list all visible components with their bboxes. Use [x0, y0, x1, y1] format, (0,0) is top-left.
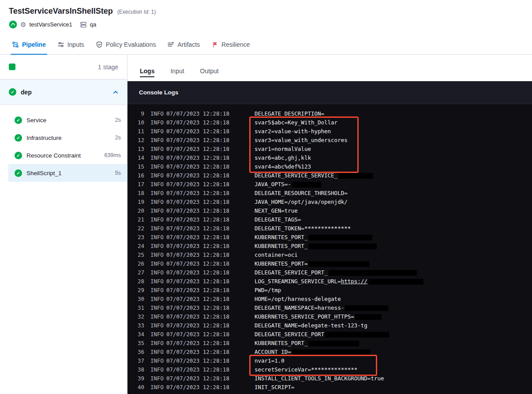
pipeline-icon [12, 41, 19, 48]
app-window: TestServiceVarsInShellStep (Execution Id… [0, 0, 532, 394]
tab-inputs[interactable]: Inputs [52, 34, 90, 54]
log-message: svar1=normalValue [255, 145, 532, 154]
log-body[interactable]: 9INFO07/07/2023 12:28:18DELEGATE_DESCRIP… [127, 104, 532, 394]
environment-name: qa [90, 21, 96, 28]
tab-artifacts[interactable]: Artifacts [161, 34, 206, 54]
log-link[interactable]: https:// [341, 278, 367, 285]
step-row-infrastructure[interactable]: ✓ Infrastructure 2s [8, 129, 127, 146]
console-title: Console Logs [139, 89, 178, 96]
log-message: DELEGATE_TOKEN=************** [255, 224, 532, 233]
tab-label: Pipeline [22, 41, 46, 48]
log-line: 32INFO07/07/2023 12:28:18KUBERNETES_SERV… [127, 312, 532, 321]
step-row-service[interactable]: ✓ Service 2s [8, 111, 127, 129]
log-message: DELEGATE_SERVICE_PORT_ [255, 268, 532, 277]
log-message: JAVA_HOME=/opt/java/openjdk/ [255, 198, 532, 206]
log-line: 37INFO07/07/2023 12:28:18nvar1=1.0 [127, 356, 532, 365]
log-message: container=oci [255, 251, 532, 259]
log-line: 38INFO07/07/2023 12:28:18secretServiceVa… [127, 365, 532, 374]
step-duration: 2s [115, 117, 121, 123]
log-message: KUBERNETES_PORT_ [255, 233, 532, 242]
log-line: 20INFO07/07/2023 12:28:18NEXT_GEN=true [127, 206, 532, 215]
redaction-box [308, 261, 369, 267]
log-message: HOME=/opt/harness-delegate [255, 295, 532, 304]
redaction-box [368, 279, 423, 285]
log-line: 9INFO07/07/2023 12:28:18DELEGATE_DESCRIP… [127, 109, 532, 118]
log-line: 16INFO07/07/2023 12:28:18DELEGATE_SERVIC… [127, 171, 532, 180]
log-line: 21INFO07/07/2023 12:28:18DELEGATE_TAGS= [127, 215, 532, 224]
tab-policy-evaluations[interactable]: Policy Evaluations [90, 34, 162, 54]
log-message: DELEGATE_SERVICE_PORT [255, 330, 532, 339]
step-details-panel: Logs Input Output Console Logs 9INFO07/0… [127, 55, 532, 394]
log-message: KUBERNETES_PORT= [255, 259, 532, 268]
console-panel: Console Logs 9INFO07/07/2023 12:28:18DEL… [127, 81, 532, 394]
success-check-icon: ✓ [15, 116, 22, 124]
log-message: JAVA_OPTS=- [255, 180, 532, 189]
log-message: INSTALL_CLIENT_TOOLS_IN_BACKGROUND=true [255, 374, 532, 383]
redaction-box [329, 270, 417, 276]
log-message: DELEGATE_RESOURCE_THRESHOLD= [255, 189, 532, 198]
log-line: 40INFO07/07/2023 12:28:18INIT_SCRIPT= [127, 383, 532, 392]
log-line: 29INFO07/07/2023 12:28:18PWD=/tmp [127, 286, 532, 295]
log-line: 25INFO07/07/2023 12:28:18container=oci [127, 251, 532, 259]
page-title: TestServiceVarsInShellStep [9, 7, 113, 16]
step-duration: 639ms [104, 152, 121, 158]
tab-output[interactable]: Output [200, 68, 219, 81]
log-line: 12INFO07/07/2023 12:28:18svar3=value_wit… [127, 136, 532, 145]
redaction-box [292, 182, 321, 188]
console-tabbar: Logs Input Output [127, 55, 532, 81]
redaction-box [308, 235, 372, 240]
log-message: PWD=/tmp [255, 286, 532, 295]
log-line: 33INFO07/07/2023 12:28:18DELEGATE_NAME=d… [127, 321, 532, 330]
stage-row-dep[interactable]: ✓ dep [0, 79, 127, 105]
log-line: 28INFO07/07/2023 12:28:18LOG_STREAMING_S… [127, 277, 532, 286]
step-name: Infrastructure [26, 135, 62, 141]
tab-resilience[interactable]: Resilience [206, 34, 256, 54]
log-line: 31INFO07/07/2023 12:28:18DELEGATE_NAMESP… [127, 304, 532, 312]
step-duration: 5s [115, 170, 121, 176]
gear-icon: ⚙ [20, 21, 26, 28]
step-name: Resource Constraint [26, 152, 81, 159]
log-line: 26INFO07/07/2023 12:28:18KUBERNETES_PORT… [127, 259, 532, 268]
log-message: svar3=value_with_underscores [255, 136, 532, 145]
log-line: 18INFO07/07/2023 12:28:18DELEGATE_RESOUR… [127, 189, 532, 198]
success-check-icon: ✓ [9, 88, 16, 96]
log-message: LOG_STREAMING_SERVICE_URL=https:// [255, 277, 532, 286]
log-line: 35INFO07/07/2023 12:28:18KUBERNETES_PORT… [127, 339, 532, 348]
resilience-icon [211, 41, 218, 48]
tab-pipeline[interactable]: Pipeline [6, 34, 52, 54]
tab-label: Resilience [221, 41, 250, 48]
main-tabbar: Pipeline Inputs Policy Evaluations Artif… [0, 34, 532, 55]
execution-sidebar: 1 stage ✓ dep ✓ Service 2s ✓ Infrastruct… [0, 55, 127, 394]
inputs-icon [57, 41, 64, 48]
log-line: 14INFO07/07/2023 12:28:18svar6=abc,ghj,k… [127, 154, 532, 162]
tab-label: Policy Evaluations [106, 41, 156, 48]
log-message: DELEGATE_TAGS= [255, 215, 532, 224]
log-message: svar4=abc%def%123 [255, 162, 532, 171]
header: TestServiceVarsInShellStep (Execution Id… [0, 0, 532, 34]
log-message: svar5$abc=Key_With_Dollar [255, 118, 532, 127]
service-name: testVarsService1 [29, 21, 72, 28]
step-name: Service [26, 117, 46, 124]
redaction-box [345, 305, 388, 311]
log-message: svar2=value-with-hyphen [255, 127, 532, 136]
step-row-resource-constraint[interactable]: ✓ Resource Constraint 639ms [8, 146, 127, 164]
redaction-box [292, 349, 371, 355]
chevron-up-icon[interactable] [113, 90, 118, 94]
environment-icon [80, 21, 87, 28]
tab-input[interactable]: Input [170, 68, 184, 81]
log-message: NEXT_GEN=true [255, 206, 532, 215]
redaction-box [325, 332, 389, 338]
log-message: KUBERNETES_SERVICE_PORT_HTTPS= [255, 312, 532, 321]
redaction-box [338, 173, 373, 179]
log-line: 13INFO07/07/2023 12:28:18svar1=normalVal… [127, 145, 532, 154]
step-row-shellscript-1[interactable]: ✓ ShellScript_1 5s [8, 164, 127, 182]
log-line: 23INFO07/07/2023 12:28:18KUBERNETES_PORT… [127, 233, 532, 242]
log-line: 27INFO07/07/2023 12:28:18DELEGATE_SERVIC… [127, 268, 532, 277]
log-line: 10INFO07/07/2023 12:28:18svar5$abc=Key_W… [127, 118, 532, 127]
tab-logs[interactable]: Logs [140, 68, 154, 81]
log-message: DELEGATE_NAME=delegate-test-123-tg [255, 321, 532, 330]
artifacts-icon [167, 41, 174, 48]
log-message: KUBERNETES_PORT_ [255, 339, 532, 348]
log-message: DELEGATE_NAMESPACE=harness- [255, 304, 532, 312]
step-name: ShellScript_1 [26, 170, 62, 176]
